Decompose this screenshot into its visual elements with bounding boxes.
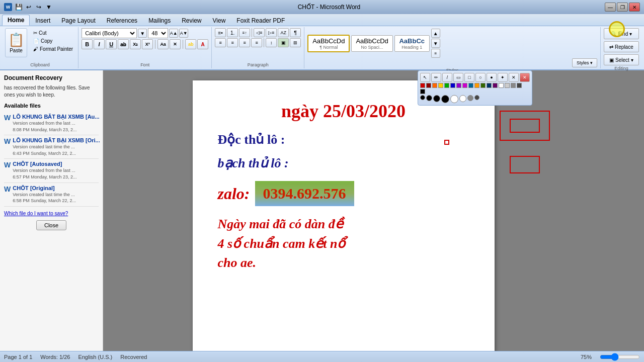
dot-size-8-dark[interactable] [474,95,479,100]
color-black[interactable] [420,89,425,94]
dot-size-7-gray[interactable] [467,95,473,101]
draw-rect-btn[interactable]: ▭ [453,73,463,82]
color-blue[interactable] [450,83,455,88]
align-center-button[interactable]: ≡ [227,38,238,47]
document-area[interactable]: ngày 25/03/2020 Độc thủ lô : bạch thủ lô… [103,70,644,351]
save-quick-btn[interactable]: 💾 [14,3,23,12]
numbering-button[interactable]: 1. [227,28,238,37]
color-gray[interactable] [511,83,516,88]
text-color-button[interactable]: A [197,39,208,49]
drawing-toolbar-close[interactable]: ✕ [520,73,530,82]
tab-review[interactable]: Review [176,15,207,26]
underline-button[interactable]: U [106,39,117,49]
font-family-select[interactable]: Calibri (Body) [82,28,137,38]
copy-button[interactable]: 📄 Copy [31,37,75,45]
line-spacing-button[interactable]: ↕ [266,38,277,47]
dot-size-5-white[interactable] [450,95,458,103]
styles-scroll-down[interactable]: ▼ [431,39,440,48]
restore-btn[interactable]: ❐ [617,3,628,12]
minimize-btn[interactable]: — [605,3,616,12]
undo-quick-btn[interactable]: ↩ [24,3,33,12]
color-darkpurple[interactable] [493,83,498,88]
highlight-button[interactable]: ab [185,39,196,49]
color-darkgreen[interactable] [480,83,486,88]
color-navy[interactable] [487,83,492,88]
tab-mailings[interactable]: Mailings [143,15,176,26]
styles-more[interactable]: ≡ [431,49,440,58]
dot-size-1[interactable] [420,95,425,100]
draw-circle-btn[interactable]: ● [487,73,497,82]
color-lightgray[interactable] [505,83,510,88]
font-size-shrink[interactable]: A▼ [179,29,188,38]
color-red[interactable] [420,83,425,88]
style-no-spacing[interactable]: AaBbCcDd No Spaci... [351,35,392,52]
color-white[interactable] [499,83,504,88]
font-family-dropdown[interactable]: ▼ [138,29,147,38]
align-right-button[interactable]: ≡ [239,38,250,47]
show-hide-button[interactable]: ¶ [290,28,301,37]
styles-expand-button[interactable]: Styles ▾ [572,58,597,67]
italic-button[interactable]: I [94,39,105,49]
borders-button[interactable]: ⊞ [290,38,301,47]
font-size-select[interactable]: 48 [148,28,168,38]
sort-button[interactable]: AZ [278,28,289,37]
tab-references[interactable]: References [101,15,143,26]
tab-home[interactable]: Home [2,15,30,26]
dot-size-2[interactable] [426,95,432,101]
clear-format-button[interactable]: ✕ [170,39,181,49]
color-orange[interactable] [432,83,437,88]
paste-button[interactable]: 📋 Paste [5,28,27,57]
redo-quick-btn[interactable]: ↪ [34,3,43,12]
zoom-slider[interactable] [600,353,640,361]
superscript-button[interactable]: X² [142,39,153,49]
color-purple[interactable] [456,83,461,88]
draw-rect2-btn[interactable]: □ [464,73,474,82]
draw-pencil-btn[interactable]: ✏ [431,73,441,82]
strikethrough-button[interactable]: ab [118,39,129,49]
styles-scroll-up[interactable]: ▲ [431,29,440,38]
quick-access-dropdown[interactable]: ▼ [44,3,53,12]
color-yellow[interactable] [438,83,443,88]
style-heading1[interactable]: AaBbCc Heading 1 [394,35,430,52]
recovery-question-link[interactable]: Which file do I want to save? [4,211,99,216]
color-darkgray[interactable] [517,83,522,88]
multilevel-list-button[interactable]: ≡↑ [239,28,250,37]
bold-button[interactable]: B [82,39,93,49]
style-normal[interactable]: AaBbCcDd ¶ Normal [307,35,350,52]
tab-view[interactable]: View [207,15,231,26]
justify-button[interactable]: ≡ [251,38,262,47]
change-case-button[interactable]: Aa [157,39,169,49]
replace-button[interactable]: ⇄ Replace [604,41,639,52]
align-left-button[interactable]: ≡ [215,38,226,47]
select-button[interactable]: ▣ Select ▾ [604,54,639,65]
subscript-button[interactable]: X₂ [130,39,141,49]
increase-indent-button[interactable]: ▷≡ [266,28,277,37]
decrease-indent-button[interactable]: ◁≡ [254,28,265,37]
bullets-button[interactable]: ≡• [215,28,226,37]
color-teal[interactable] [468,83,473,88]
draw-ellipse-btn[interactable]: ○ [475,73,486,82]
color-green[interactable] [444,83,449,88]
recovery-item-2[interactable]: W CHỐT [Autosaved] Version created from … [4,159,99,183]
recovery-item-1[interactable]: W LỔ KHUNG BẤT BẠI XSMB [Ori... Version … [4,135,99,159]
format-painter-button[interactable]: 🖌 Format Painter [31,45,75,53]
draw-select-btn[interactable]: ↖ [420,73,430,82]
dot-size-4[interactable] [441,95,449,103]
close-window-btn[interactable]: ✕ [629,3,640,12]
color-darkred[interactable] [426,83,431,88]
dot-size-3[interactable] [433,95,440,102]
color-amber[interactable] [474,83,479,88]
recovery-item-3[interactable]: W CHỐT [Original] Version created last t… [4,183,99,207]
tab-insert[interactable]: Insert [30,15,56,26]
dot-size-6-white[interactable] [459,95,466,102]
font-size-grow[interactable]: A▲ [169,29,178,38]
cut-button[interactable]: ✂ Cut [31,29,75,37]
recovery-close-button[interactable]: Close [36,220,66,230]
tab-page-layout[interactable]: Page Layout [56,15,101,26]
color-magenta[interactable] [462,83,467,88]
tab-foxit[interactable]: Foxit Reader PDF [231,15,290,26]
shading-button[interactable]: ▣ [278,38,289,47]
draw-x-btn[interactable]: ✕ [509,73,519,82]
recovery-item-0[interactable]: W LỔ KHUNG BẤT BẠI XSMB [Au... Version c… [4,112,99,135]
draw-star-btn[interactable]: ✦ [498,73,508,82]
